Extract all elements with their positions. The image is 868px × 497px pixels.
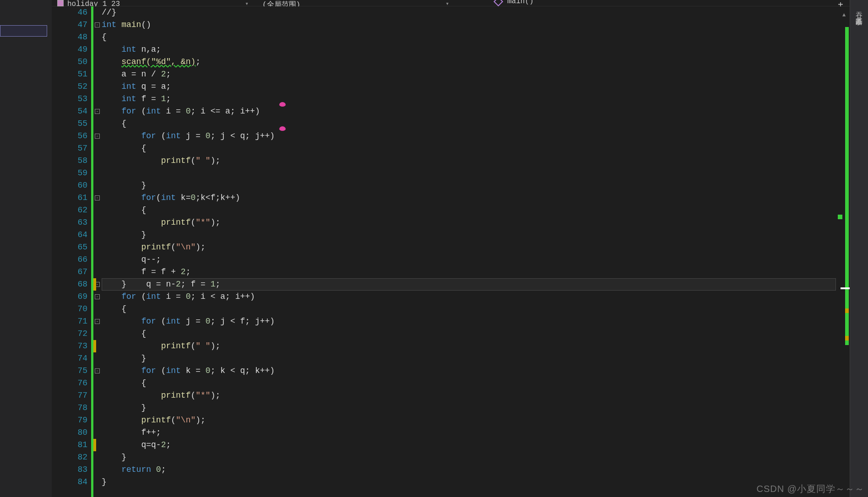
fold-toggle[interactable]: - xyxy=(95,368,100,373)
fold-toggle[interactable]: - xyxy=(95,109,100,114)
code-line[interactable]: { xyxy=(102,31,836,43)
code-line[interactable]: } xyxy=(102,402,836,414)
code-line[interactable]: f = f + 2; xyxy=(102,266,836,278)
code-line[interactable]: } xyxy=(102,476,836,488)
code-line[interactable]: { xyxy=(102,204,836,216)
function-dropdown[interactable]: main() xyxy=(507,0,534,5)
right-tool-item[interactable]: 吞 xyxy=(854,5,864,8)
code-line[interactable]: int n,a; xyxy=(102,43,836,56)
code-line[interactable]: int f = 1; xyxy=(102,93,836,105)
code-line[interactable]: for (int i = 0; i <= a; i++) xyxy=(102,105,836,118)
minimap-caret-marker xyxy=(838,215,842,219)
watermark-text: CSDN @小夏同学～～～ xyxy=(756,483,864,495)
selected-tree-item[interactable] xyxy=(0,25,47,37)
intellisense-hint-icon[interactable] xyxy=(279,126,286,131)
code-line[interactable]: for (int j = 0; j < q; j++) xyxy=(102,130,836,142)
code-line[interactable]: } q = n-2; f = 1; xyxy=(102,278,836,291)
code-line[interactable]: } xyxy=(102,352,836,365)
code-line[interactable]: } xyxy=(102,451,836,464)
code-line[interactable]: { xyxy=(102,377,836,389)
code-line[interactable]: printf("\n"); xyxy=(102,241,836,254)
code-line[interactable]: q--; xyxy=(102,254,836,266)
file-icon xyxy=(57,0,64,6)
fold-toggle[interactable]: - xyxy=(95,319,100,324)
code-line[interactable]: { xyxy=(102,142,836,155)
code-line[interactable]: q=q-2; xyxy=(102,439,836,451)
code-line[interactable] xyxy=(102,167,836,179)
fold-toggle[interactable]: - xyxy=(95,134,100,139)
code-line[interactable]: f++; xyxy=(102,427,836,439)
code-line[interactable]: } xyxy=(102,179,836,192)
minimap-warning-marker xyxy=(845,336,849,340)
right-toolbar: 吞诊断工具 xyxy=(850,0,868,497)
change-marker xyxy=(93,340,96,352)
fold-column: -------- xyxy=(93,6,102,497)
line-number-gutter: 4647484950515253545556575859606162636465… xyxy=(52,6,91,497)
code-line[interactable]: int main() xyxy=(102,19,836,31)
code-line[interactable]: int q = a; xyxy=(102,81,836,93)
change-marker xyxy=(93,278,96,291)
code-line[interactable]: { xyxy=(102,328,836,340)
code-editor[interactable]: 4647484950515253545556575859606162636465… xyxy=(52,6,850,497)
code-line[interactable]: printf(" "); xyxy=(102,155,836,167)
minimap-warning-marker xyxy=(845,308,849,313)
scroll-minimap[interactable]: ▲ xyxy=(841,6,850,497)
minimap-change-marker xyxy=(845,27,849,345)
solution-explorer-panel[interactable] xyxy=(0,0,52,497)
code-line[interactable]: scanf("%d", &n); xyxy=(102,56,836,68)
fold-toggle[interactable]: - xyxy=(95,294,100,299)
fold-toggle[interactable]: - xyxy=(95,195,100,200)
code-line[interactable]: printf(" "); xyxy=(102,340,836,352)
code-text-area[interactable]: //}int main(){ int n,a; scanf("%d", &n);… xyxy=(102,6,836,497)
code-line[interactable]: for (int i = 0; i < a; i++) xyxy=(102,291,836,303)
code-line[interactable]: printf("\n"); xyxy=(102,414,836,427)
code-line[interactable]: a = n / 2; xyxy=(102,68,836,81)
function-icon xyxy=(494,0,503,6)
minimap-cursor[interactable] xyxy=(841,287,850,289)
code-line[interactable]: printf("*"); xyxy=(102,216,836,229)
code-line[interactable]: for(int k=0;k<f;k++) xyxy=(102,192,836,204)
scroll-up-arrow-icon[interactable]: ▲ xyxy=(842,12,846,18)
navigation-bar: holiday_1_23 ▾ (全局范围) ▾ main() + xyxy=(52,0,868,6)
code-line[interactable]: printf("*"); xyxy=(102,389,836,402)
code-line[interactable]: for (int k = 0; k < q; k++) xyxy=(102,365,836,377)
fold-toggle[interactable]: - xyxy=(95,22,100,27)
intellisense-hint-icon[interactable] xyxy=(279,102,286,107)
code-line[interactable]: { xyxy=(102,303,836,315)
add-tab-button[interactable]: + xyxy=(836,0,845,6)
code-line[interactable]: } xyxy=(102,229,836,241)
change-marker xyxy=(93,439,96,451)
code-line[interactable]: //} xyxy=(102,6,836,19)
right-tool-item[interactable]: 诊断工具 xyxy=(854,11,864,15)
code-line[interactable]: for (int j = 0; j < f; j++) xyxy=(102,315,836,328)
code-line[interactable]: return 0; xyxy=(102,464,836,476)
code-line[interactable]: { xyxy=(102,118,836,130)
